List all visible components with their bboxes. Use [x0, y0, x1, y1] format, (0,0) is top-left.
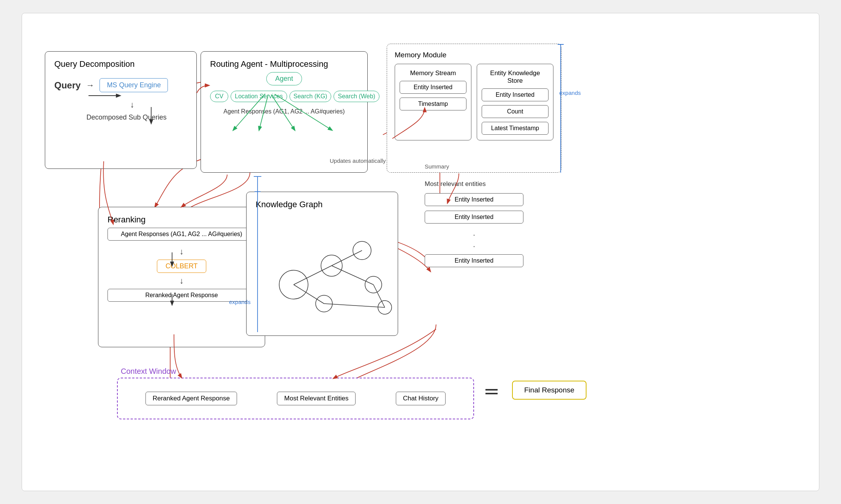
final-response-container: Final Response — [512, 381, 586, 400]
colbert-box: COLBERT — [157, 260, 207, 273]
memory-timestamp: Timestamp — [400, 98, 466, 110]
updates-auto-label: Updates automatically — [330, 158, 386, 164]
entity3-box: Entity Inserted — [425, 254, 523, 267]
knowledge-graph-box: Knowledge Graph expands — [246, 192, 398, 336]
latest-timestamp-label: Latest Timestamp — [491, 125, 539, 131]
cv-box: CV — [210, 91, 228, 102]
context-reranked-label: Reranked Agent Response — [153, 395, 230, 402]
memory-module-title: Memory Module — [395, 51, 553, 59]
reranking-responses-label: Agent Responses (AG1, AG2 ... AG#queries… — [121, 231, 242, 237]
entity-store-title: Entity Knowledge Store — [482, 69, 549, 85]
down-arrow-1: ↓ — [130, 100, 134, 110]
dots2: . — [425, 239, 523, 249]
colbert-label: COLBERT — [166, 262, 198, 270]
final-response-label: Final Response — [524, 386, 574, 394]
context-chat-label: Chat History — [403, 395, 439, 402]
latest-timestamp-box: Latest Timestamp — [482, 122, 549, 135]
routing-agent-box: Routing Agent - Multiprocessing Agent CV… — [201, 51, 368, 173]
agent-box: Agent — [266, 72, 302, 85]
kg-expands-label: expands — [229, 299, 251, 305]
search-kg-label: Search (KG) — [294, 93, 327, 99]
count-label: Count — [507, 108, 523, 115]
main-canvas: Query Decomposition Query → MS Query Eng… — [22, 13, 819, 491]
context-entities: Most Relevant Entities — [277, 392, 356, 405]
entity2-label: Entity Inserted — [455, 214, 493, 220]
svg-line-19 — [324, 304, 385, 307]
arrow-right: → — [86, 80, 94, 90]
memory-expands-label: expands — [559, 90, 581, 96]
most-relevant-section: Most relevant entities Entity Inserted E… — [425, 180, 523, 267]
entity1-box: Entity Inserted — [425, 193, 523, 206]
cv-label: CV — [215, 93, 223, 99]
svg-line-15 — [294, 285, 324, 304]
memory-entity-label: Entity Inserted — [414, 84, 452, 90]
context-window-title: Context Window — [121, 367, 176, 376]
svg-line-17 — [332, 266, 373, 285]
context-window-container: Context Window Reranked Agent Response M… — [117, 378, 474, 419]
svg-line-14 — [294, 266, 332, 285]
reranking-title: Reranking — [107, 215, 256, 225]
query-decomp-title: Query Decomposition — [54, 59, 187, 69]
kg-graph — [256, 216, 392, 323]
ms-query-engine-box: MS Query Engine — [100, 78, 168, 92]
agent-responses-label: Agent Responses (AG1, AG2 ... AG#queries… — [223, 108, 345, 115]
search-web-box: Search (Web) — [334, 91, 379, 102]
reranked-label: Reranked Agent Response — [145, 292, 218, 298]
location-box: Location Services — [231, 91, 287, 102]
entity2-box: Entity Inserted — [425, 211, 523, 224]
memory-entity-inserted: Entity Inserted — [400, 81, 466, 94]
context-chat: Chat History — [396, 392, 446, 405]
location-label: Location Services — [235, 93, 283, 99]
query-label: Query — [54, 80, 81, 91]
context-window-box: Reranked Agent Response Most Relevant En… — [117, 378, 474, 419]
routing-agent-title: Routing Agent - Multiprocessing — [210, 59, 358, 69]
entity1-label: Entity Inserted — [455, 196, 493, 203]
equals-sign — [485, 389, 498, 394]
decomposed-label: Decomposed Sub Queries — [86, 113, 166, 121]
context-entities-label: Most Relevant Entities — [284, 395, 348, 402]
search-web-label: Search (Web) — [338, 93, 375, 99]
timestamp-label: Timestamp — [418, 101, 448, 107]
agent-label: Agent — [275, 75, 293, 82]
search-kg-box: Search (KG) — [289, 91, 332, 102]
store-entity-inserted: Entity Inserted — [482, 88, 549, 101]
memory-module-box: Memory Module Memory Stream Entity Inser… — [387, 44, 561, 173]
reranking-responses: Agent Responses (AG1, AG2 ... AG#queries… — [107, 228, 256, 241]
dots1: . — [425, 228, 523, 238]
reranking-box: Reranking Agent Responses (AG1, AG2 ... … — [98, 207, 265, 347]
store-entity-label: Entity Inserted — [496, 91, 534, 98]
final-response-box: Final Response — [512, 381, 586, 400]
count-box: Count — [482, 105, 549, 118]
most-relevant-title: Most relevant entities — [425, 180, 523, 188]
summary-label: Summary — [425, 163, 449, 170]
kg-title: Knowledge Graph — [256, 200, 389, 209]
memory-stream-title: Memory Stream — [400, 69, 466, 77]
context-reranked: Reranked Agent Response — [145, 392, 237, 405]
query-decomp-box: Query Decomposition Query → MS Query Eng… — [45, 51, 197, 169]
ms-query-engine-label: MS Query Engine — [107, 81, 161, 89]
entity3-label: Entity Inserted — [455, 257, 493, 264]
